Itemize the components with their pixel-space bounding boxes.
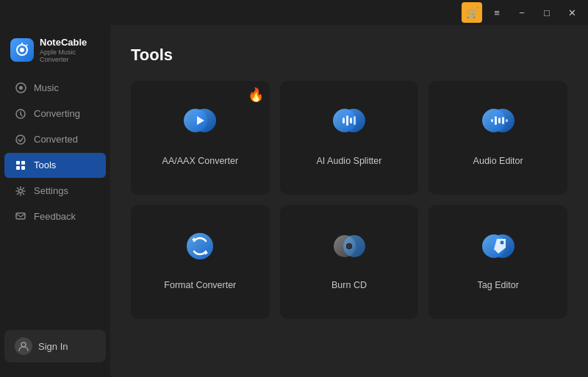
page-title: Tools [131, 46, 567, 65]
burn-cd-icon [326, 223, 373, 270]
svg-rect-8 [16, 161, 20, 165]
tool-label-burn-cd: Burn CD [331, 280, 367, 290]
sidebar-label-feedback: Feedback [34, 211, 76, 222]
svg-rect-21 [346, 115, 348, 126]
signin-button[interactable]: Sign In [4, 330, 106, 362]
svg-rect-20 [343, 118, 345, 123]
tool-card-aa-aax[interactable]: 🔥 [131, 81, 270, 195]
ai-splitter-icon [326, 98, 373, 146]
svg-point-31 [187, 233, 213, 259]
close-button[interactable]: ✕ [562, 2, 582, 23]
svg-rect-29 [502, 117, 504, 124]
content-area: Tools 🔥 [110, 25, 588, 377]
maximize-button[interactable]: □ [537, 2, 557, 23]
svg-rect-22 [350, 118, 352, 123]
svg-rect-27 [495, 116, 497, 125]
sidebar-label-music: Music [34, 82, 59, 93]
logo-text: NoteCable Apple Music Converter [40, 37, 100, 63]
sidebar-item-converting[interactable]: Converting [4, 101, 106, 126]
nav-items: Music Converting [0, 75, 110, 323]
sidebar-label-settings: Settings [34, 185, 68, 196]
converted-icon [15, 134, 26, 146]
format-converter-icon [176, 223, 223, 270]
titlebar: 🛒 ≡ − □ ✕ [0, 0, 588, 25]
svg-point-14 [21, 342, 26, 347]
svg-point-37 [348, 245, 351, 248]
sidebar-item-music[interactable]: Music [4, 76, 106, 101]
audio-editor-icon [475, 98, 522, 146]
svg-line-3 [26, 45, 27, 46]
svg-rect-10 [16, 166, 20, 170]
svg-rect-11 [21, 166, 25, 170]
sidebar-item-tools[interactable]: Tools [4, 153, 106, 178]
svg-rect-9 [21, 161, 25, 165]
tool-card-format-converter[interactable]: Format Converter [131, 205, 270, 319]
tool-label-audio-editor: Audio Editor [473, 156, 523, 166]
feedback-icon [15, 211, 26, 223]
main-layout: NoteCable Apple Music Converter Music [0, 25, 588, 377]
app-subtitle: Apple Music Converter [40, 49, 100, 63]
tool-card-ai-splitter[interactable]: AI Audio Splitter [280, 81, 419, 195]
sidebar: NoteCable Apple Music Converter Music [0, 25, 110, 377]
tool-card-burn-cd[interactable]: Burn CD [280, 205, 419, 319]
tools-icon [15, 159, 26, 171]
avatar [15, 337, 32, 355]
svg-rect-26 [491, 119, 493, 122]
cart-button[interactable]: 🛒 [462, 2, 482, 23]
svg-rect-30 [506, 119, 508, 122]
tool-label-aa-aax: AA/AAX Converter [162, 156, 239, 166]
tool-card-tag-editor[interactable]: Tag Editor [429, 205, 567, 319]
svg-point-5 [19, 86, 23, 90]
tools-grid: 🔥 [131, 81, 567, 319]
settings-icon [15, 185, 26, 197]
flame-badge: 🔥 [248, 87, 264, 103]
svg-point-1 [20, 48, 24, 52]
tool-label-tag-editor: Tag Editor [478, 280, 519, 290]
minimize-button[interactable]: − [512, 2, 532, 23]
menu-button[interactable]: ≡ [487, 2, 507, 23]
svg-rect-23 [354, 116, 356, 125]
tool-card-audio-editor[interactable]: Audio Editor [429, 81, 567, 195]
tool-label-format-converter: Format Converter [164, 280, 236, 290]
svg-rect-13 [16, 213, 25, 219]
svg-point-12 [19, 189, 23, 193]
svg-point-40 [500, 241, 503, 245]
app-name: NoteCable [40, 37, 100, 49]
sidebar-item-settings[interactable]: Settings [4, 179, 106, 204]
signin-label: Sign In [38, 341, 68, 352]
sidebar-label-converted: Converted [34, 134, 78, 145]
tool-label-ai-splitter: AI Audio Splitter [317, 156, 382, 166]
sidebar-bottom: Sign In [0, 323, 110, 370]
sidebar-item-converted[interactable]: Converted [4, 127, 106, 152]
app-logo: NoteCable Apple Music Converter [0, 32, 110, 75]
sidebar-label-tools: Tools [34, 159, 56, 170]
music-icon [15, 82, 26, 94]
tag-editor-icon [475, 223, 522, 270]
svg-rect-28 [498, 118, 501, 123]
sidebar-label-converting: Converting [34, 108, 80, 119]
sidebar-item-feedback[interactable]: Feedback [4, 204, 106, 229]
converting-icon [15, 108, 26, 120]
logo-icon [10, 38, 34, 62]
aa-aax-icon [176, 98, 223, 146]
svg-point-7 [16, 135, 25, 144]
